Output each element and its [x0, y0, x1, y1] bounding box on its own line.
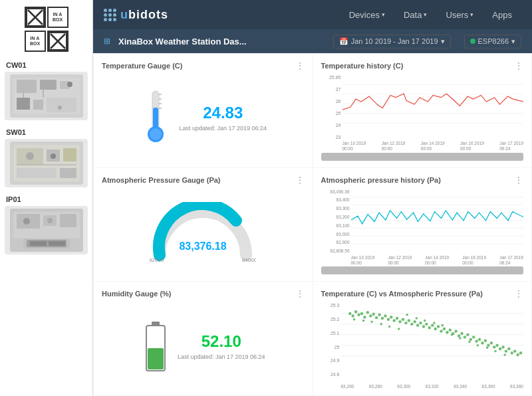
svg-point-112 — [472, 336, 475, 338]
x-axis-labels: 83,260 83,280 83,300 83,320 83,340 83,36… — [341, 384, 524, 389]
chart-scrollbar[interactable] — [321, 153, 524, 161]
dashboard-title: XinaBox Weather Station Das... — [118, 37, 247, 47]
temp-value-container: 24.83 Last updated: Jan 17 2019 06:24 — [179, 104, 267, 132]
widget-scatter: Temperature (C) vs Atmospheric Pressure … — [313, 282, 532, 395]
dashboard-icon: ⊞ — [104, 37, 110, 46]
widget-pressure-history-content: 83,490.36 83,400 83,300 83,200 83,100 83… — [321, 189, 524, 275]
widget-menu-icon[interactable]: ⋮ — [514, 288, 523, 299]
y-axis-labels: 25.3 25.2 25.1 25 24.9 24.8 — [321, 303, 341, 377]
device-name: ESP8266 — [478, 37, 509, 45]
date-range-picker[interactable]: 📅 Jan 10 2019 - Jan 17 2019 ▾ — [333, 35, 451, 49]
widget-menu-icon[interactable]: ⋮ — [514, 60, 523, 71]
svg-rect-21 — [17, 168, 57, 178]
svg-point-125 — [510, 351, 513, 354]
svg-point-123 — [504, 350, 507, 353]
svg-point-74 — [360, 312, 362, 315]
svg-point-143 — [476, 344, 479, 347]
widget-menu-icon[interactable]: ⋮ — [514, 175, 523, 185]
chevron-down-icon: ▾ — [470, 11, 473, 18]
device-img-ip01 — [10, 209, 83, 252]
svg-point-146 — [503, 353, 506, 356]
nav-item-devices[interactable]: Devices ▾ — [340, 10, 394, 20]
svg-rect-62 — [152, 322, 160, 326]
nav-dot — [104, 13, 107, 17]
logo-x-bottom-right — [47, 31, 68, 52]
svg-point-135 — [406, 314, 408, 316]
chevron-down-icon: ▾ — [382, 11, 385, 18]
chart-scrollbar[interactable] — [321, 266, 524, 274]
svg-point-145 — [494, 350, 497, 353]
svg-point-91 — [410, 323, 413, 326]
svg-point-39 — [150, 128, 162, 140]
pressure-history-chart-area: 83,490.36 83,400 83,300 83,200 83,100 83… — [321, 189, 524, 266]
widget-menu-icon[interactable]: ⋮ — [295, 60, 305, 71]
chevron-down-icon: ▾ — [511, 37, 515, 46]
device2-label: SW01 — [3, 128, 26, 136]
svg-point-126 — [513, 350, 515, 353]
y-axis-labels: 25.85 27 26 25 24 23 — [321, 75, 342, 140]
battery-icon — [141, 318, 171, 374]
svg-point-83 — [386, 318, 389, 321]
temp-history-svg — [342, 75, 524, 134]
svg-point-128 — [519, 351, 521, 354]
svg-point-120 — [495, 344, 498, 347]
svg-point-85 — [392, 320, 395, 322]
device-img-sw01 — [10, 142, 83, 185]
widget-scatter-content: 25.3 25.2 25.1 25 24.9 24.8 — [321, 303, 524, 389]
svg-rect-12 — [47, 98, 76, 112]
svg-rect-35 — [49, 241, 65, 246]
widget-humidity-gauge-content: 52.10 Last updated: Jan 17 2019 06:24 — [102, 303, 305, 389]
svg-point-100 — [436, 326, 439, 328]
svg-point-86 — [395, 317, 398, 320]
sub-navigation: ⊞ XinaBox Weather Station Das... 📅 Jan 1… — [93, 29, 532, 53]
svg-point-139 — [441, 324, 444, 327]
svg-point-130 — [362, 320, 364, 322]
svg-point-138 — [433, 322, 436, 325]
widget-menu-icon[interactable]: ⋮ — [295, 288, 305, 299]
device3-label: IP01 — [3, 195, 21, 203]
temp-value: 24.83 — [179, 104, 267, 122]
scatter-svg — [341, 303, 524, 367]
widget-menu-icon[interactable]: ⋮ — [295, 175, 305, 185]
svg-point-96 — [425, 323, 428, 326]
widget-scatter-header: Temperature (C) vs Atmospheric Pressure … — [321, 288, 524, 299]
chevron-down-icon: ▾ — [424, 11, 427, 18]
pressure-history-svg — [351, 189, 524, 250]
svg-point-115 — [481, 342, 483, 344]
svg-rect-11 — [33, 100, 43, 110]
svg-point-119 — [493, 346, 495, 349]
pressure-gauge-svg: 83,376.18 82000 84000 — [150, 202, 256, 262]
widget-humidity-gauge-title: Humidity Gauge (%) — [102, 290, 172, 298]
nav-item-apps[interactable]: Apps — [483, 10, 521, 20]
nav-logo-dots — [104, 9, 116, 21]
x-axis-labels: Jan 10 201900:00 Jan 12 201900:00 Jan 14… — [342, 141, 524, 151]
svg-point-102 — [442, 328, 445, 330]
device-status-dot — [470, 39, 475, 44]
chart-scrollbar-thumb[interactable] — [321, 153, 524, 161]
widget-pressure-gauge-content: 83,376.18 82000 84000 — [102, 189, 305, 275]
svg-point-95 — [422, 326, 424, 328]
widget-pressure-history-title: Atmospheric pressure history (Pa) — [321, 176, 441, 184]
svg-point-84 — [390, 316, 392, 318]
main-content: ubidots Devices ▾ Data ▾ Users ▾ Apps ⊞ … — [93, 0, 532, 396]
widget-humidity-gauge-header: Humidity Gauge (%) ⋮ — [102, 288, 305, 299]
svg-point-110 — [466, 334, 469, 336]
svg-point-106 — [454, 330, 457, 333]
chart-scrollbar-thumb[interactable] — [321, 266, 524, 274]
logo-in-a-box-top: IN ABOX — [47, 7, 68, 28]
svg-point-71 — [351, 315, 354, 318]
svg-rect-20 — [63, 148, 76, 161]
svg-point-75 — [363, 316, 366, 318]
svg-point-92 — [413, 320, 416, 323]
svg-point-122 — [501, 346, 504, 349]
svg-point-70 — [348, 312, 351, 315]
nav-item-users[interactable]: Users ▾ — [436, 10, 483, 20]
chevron-down-icon: ▾ — [441, 37, 445, 46]
svg-point-124 — [507, 347, 510, 350]
nav-item-data[interactable]: Data ▾ — [394, 10, 436, 20]
widget-temp-history-header: Temperature history (C) ⋮ — [321, 60, 524, 71]
svg-point-31 — [47, 218, 53, 223]
nav-dot — [113, 9, 116, 12]
nav-dot — [108, 9, 112, 12]
device-selector[interactable]: ESP8266 ▾ — [464, 35, 521, 49]
